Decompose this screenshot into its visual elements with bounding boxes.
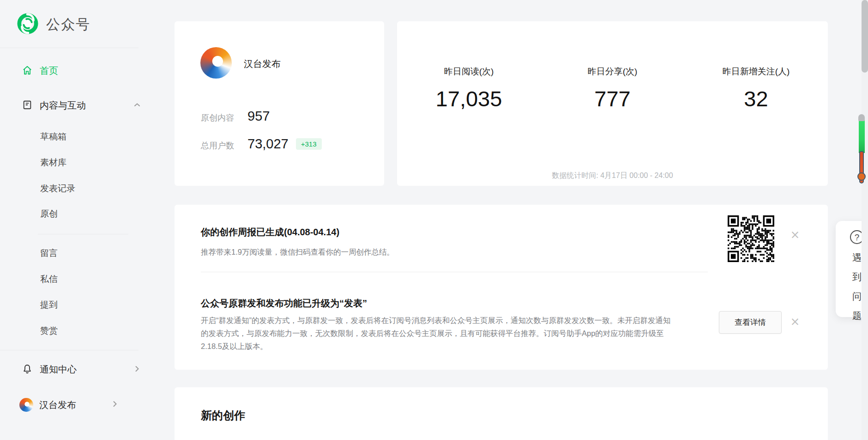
metric-reads: 昨日阅读(次) 17,035	[397, 66, 541, 111]
notice-divider	[201, 272, 708, 272]
account-name: 汉台发布	[244, 58, 281, 70]
account-avatar-large	[200, 47, 232, 79]
sidebar-item-notification-center[interactable]: 通知中心	[22, 363, 77, 376]
qr-code	[728, 215, 774, 262]
sidebar-item-private-messages[interactable]: 私信	[40, 273, 58, 285]
new-creation-card: 新的创作	[175, 387, 828, 440]
sidebar-top-divider	[0, 48, 139, 48]
sidebar-item-account[interactable]: 汉台发布	[19, 398, 76, 412]
thermometer-bulb	[857, 172, 866, 181]
weekly-report-title: 你的创作周报已生成(04.08-04.14)	[201, 226, 339, 238]
close-icon[interactable]: ×	[789, 229, 802, 242]
original-content-label: 原创内容	[201, 112, 247, 123]
sidebar-item-content-group[interactable]: 内容与互动	[22, 99, 86, 112]
sidebar-item-mentions[interactable]: 提到	[40, 299, 58, 311]
metric-reads-label: 昨日阅读(次)	[397, 66, 541, 78]
scrollbar-track[interactable]	[862, 0, 868, 440]
document-icon	[22, 100, 32, 112]
chevron-right-icon	[133, 365, 141, 375]
metric-shares-value: 777	[541, 86, 684, 111]
account-avatar	[19, 398, 33, 412]
stats-timestamp: 数据统计时间: 4月17日 00:00 - 24:00	[397, 171, 828, 181]
metric-new-followers-value: 32	[684, 86, 828, 111]
sidebar-item-notification-label: 通知中心	[40, 363, 77, 376]
view-details-button[interactable]: 查看详情	[719, 311, 782, 334]
new-users-badge: +313	[296, 138, 322, 150]
bell-icon	[22, 364, 32, 376]
sidebar-item-publish-records[interactable]: 发表记录	[40, 183, 75, 195]
sidebar-item-drafts[interactable]: 草稿箱	[40, 131, 66, 143]
sidebar-item-original[interactable]: 原创	[40, 208, 58, 220]
metric-reads-value: 17,035	[397, 86, 541, 111]
sidebar-item-home[interactable]: 首页	[22, 65, 58, 77]
total-users-label: 总用户数	[201, 140, 247, 151]
wechat-mp-logo-icon	[17, 13, 38, 36]
yesterday-stats-card: 昨日阅读(次) 17,035 昨日分享(次) 777 昨日新增关注(人) 32 …	[397, 21, 828, 186]
original-content-value: 957	[247, 109, 270, 124]
scrollbar-thumb[interactable]	[862, 0, 868, 73]
sidebar-item-home-label: 首页	[40, 65, 58, 77]
new-creation-title: 新的创作	[201, 408, 245, 423]
total-users-value: 73,027	[247, 136, 289, 152]
thermometer-green-bar	[859, 120, 865, 153]
metric-new-followers-label: 昨日新增关注(人)	[684, 66, 828, 78]
sidebar-bottom-divider	[0, 350, 139, 350]
metric-new-followers: 昨日新增关注(人) 32	[684, 66, 828, 111]
sidebar-item-content-group-label: 内容与互动	[40, 99, 86, 112]
publish-upgrade-body: 开启“群发通知”的发表方式，与原群发一致，发表后将在订阅号消息列表和公众号主页展…	[201, 314, 672, 353]
account-summary-card: 汉台发布 原创内容 957 总用户数 73,027 +313	[175, 21, 384, 186]
original-content-row: 原创内容 957	[201, 109, 270, 124]
metric-shares: 昨日分享(次) 777	[541, 66, 684, 111]
chevron-right-icon	[111, 400, 119, 410]
brand-title: 公众号	[46, 15, 90, 34]
metric-shares-label: 昨日分享(次)	[541, 66, 684, 78]
home-icon	[22, 65, 32, 77]
sidebar-sub-divider	[38, 234, 128, 234]
publish-upgrade-title: 公众号原群发和发布功能已升级为“发表”	[201, 297, 367, 310]
help-panel-label: 遇到问题	[852, 248, 862, 325]
brand-logo-row[interactable]: 公众号	[17, 13, 90, 36]
sidebar-item-rewards[interactable]: 赞赏	[40, 325, 58, 337]
sidebar-item-comments[interactable]: 留言	[40, 247, 58, 259]
notice-card: 你的创作周报已生成(04.08-04.14) 推荐带来1.9万阅读量，微信扫码查…	[175, 205, 828, 370]
sidebar: 公众号 首页 内容与互动 草稿箱 素材库 发表记录 原创 留言 私信 提到 赞赏	[0, 0, 139, 440]
sidebar-item-media-library[interactable]: 素材库	[40, 157, 66, 169]
close-icon[interactable]: ×	[789, 316, 802, 329]
sidebar-item-account-label: 汉台发布	[39, 399, 76, 411]
thermometer-cap	[858, 114, 865, 121]
total-users-row: 总用户数 73,027 +313	[201, 136, 322, 152]
thermometer-scroll-widget	[857, 114, 866, 183]
chevron-up-icon	[133, 101, 141, 111]
weekly-report-body: 推荐带来1.9万阅读量，微信扫码查看你的一周创作总结。	[201, 245, 394, 258]
